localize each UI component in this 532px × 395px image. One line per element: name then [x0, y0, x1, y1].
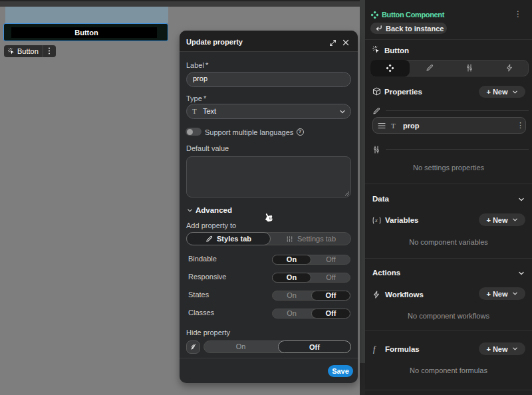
- svg-text:x: x: [374, 217, 378, 223]
